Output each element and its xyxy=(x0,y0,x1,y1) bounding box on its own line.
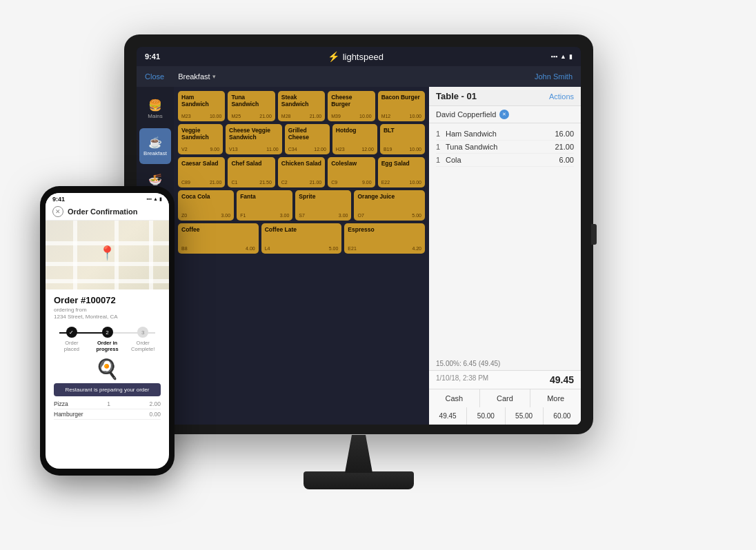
stand-neck xyxy=(341,435,376,473)
actions-button[interactable]: Actions xyxy=(549,92,574,101)
item-qty: 1 xyxy=(436,143,446,151)
cooking-illustration: 🍳 xyxy=(54,358,161,380)
menu-row-4: Coca Cola Z0 3.00 Fanta F1 3.00 xyxy=(178,190,425,221)
pay-amount-3[interactable]: 60.00 xyxy=(544,407,581,425)
close-button[interactable]: Close xyxy=(145,72,164,81)
pay-amount-0[interactable]: 49.45 xyxy=(429,407,466,425)
item-price: 12.00 xyxy=(314,147,326,152)
item-price: 21.50 xyxy=(259,180,272,185)
menu-item-steak-sandwich[interactable]: Steak Sandwich M28 21.00 xyxy=(278,91,325,121)
menu-item-chef-salad[interactable]: Chef Salad C1 21.50 xyxy=(228,157,275,187)
item-price: 3.00 xyxy=(339,213,348,218)
menu-item-coca-cola[interactable]: Coca Cola Z0 3.00 xyxy=(178,190,234,221)
item-code: B19 xyxy=(384,147,392,152)
item-name: Orange Juice xyxy=(357,193,421,200)
item-price: 10.00 xyxy=(409,147,421,152)
menu-row-5: Coffee B8 4.00 Coffee Late L4 5.00 xyxy=(178,223,425,254)
pay-amount-1[interactable]: 50.00 xyxy=(467,407,504,425)
tablet-logo: ⚡ lightspeed xyxy=(328,51,384,62)
phone-status-icons: ▪▪▪ ▲ ▮ xyxy=(147,196,162,202)
order-header: Table - 01 Actions xyxy=(429,87,581,106)
pay-more-button[interactable]: More xyxy=(530,389,581,407)
pay-amount-2[interactable]: 55.00 xyxy=(506,407,543,425)
item-code: H23 xyxy=(336,147,345,152)
phone-frame: 9:41 ▪▪▪ ▲ ▮ ✕ Order Confirmation xyxy=(40,186,175,476)
item-price: 5.00 xyxy=(412,213,421,218)
item-price: 21.00 xyxy=(310,114,322,119)
phone-time: 9:41 xyxy=(52,196,65,203)
menu-item-hotdog[interactable]: Hotdog H23 12.00 xyxy=(332,124,377,154)
chevron-down-icon: ▾ xyxy=(212,73,216,80)
item-name: Sprite xyxy=(299,193,348,200)
summary-item-name: Pizza xyxy=(54,400,68,407)
map-road xyxy=(73,221,77,289)
item-code: M12 xyxy=(381,114,391,119)
status-banner: Restaurant is preparing your order xyxy=(54,383,161,396)
item-price: 12.00 xyxy=(361,147,374,152)
menu-item-bacon-burger[interactable]: Bacon Burger M12 10.00 xyxy=(378,91,425,121)
menu-item-orange-juice[interactable]: Orange Juice O7 5.00 xyxy=(354,190,425,221)
tablet-stand xyxy=(304,435,414,489)
item-price: 10.00 xyxy=(410,114,422,119)
item-name: Steak Sandwich xyxy=(281,94,321,108)
menu-item-sprite[interactable]: Sprite S7 3.00 xyxy=(295,190,351,221)
item-price: 10.00 xyxy=(210,114,222,119)
item-price: 4.20 xyxy=(412,246,421,251)
summary-item-qty xyxy=(110,411,121,418)
tablet-device: 9:41 ⚡ lightspeed ▪▪▪ ▲ ▮ Close Breakfas… xyxy=(124,34,593,434)
menu-item-caesar-salad[interactable]: Caesar Salad C89 21.00 xyxy=(178,157,225,187)
order-item-row: 1 Ham Sandwich 16.00 xyxy=(436,128,574,141)
menu-item-ham-sandwich[interactable]: Ham Sandwich M23 10.00 xyxy=(178,91,225,121)
sidebar-item-breakfast[interactable]: ☕ Breakfast xyxy=(139,128,171,164)
item-name: Egg Salad xyxy=(381,160,421,167)
menu-item-chicken-salad[interactable]: Chicken Salad C2 21.00 xyxy=(278,157,325,187)
tablet-side-button[interactable] xyxy=(591,224,597,245)
menu-item-coleslaw[interactable]: Coleslaw C9 9.00 xyxy=(328,157,375,187)
item-price: 21.00 xyxy=(310,180,322,185)
menu-item-coffee-late[interactable]: Coffee Late L4 5.00 xyxy=(261,223,342,254)
tablet-body: 🍔 Mains ☕ Breakfast 🍜 Soups 🍕 Pizza xyxy=(137,87,581,425)
item-code: M39 xyxy=(331,114,341,119)
item-name: Cheese Burger xyxy=(331,94,371,108)
menu-item-fanta[interactable]: Fanta F1 3.00 xyxy=(237,190,292,221)
summary-row: Hamburger 0.00 xyxy=(54,409,161,420)
menu-item-veggie-sandwich[interactable]: Veggie Sandwich V2 9.00 xyxy=(178,124,223,154)
sidebar-item-mains[interactable]: 🍔 Mains xyxy=(139,91,171,127)
menu-item-egg-salad[interactable]: Egg Salad E22 10.00 xyxy=(378,157,425,187)
summary-item-qty: 1 xyxy=(103,400,115,407)
battery-icon: ▮ xyxy=(159,196,162,202)
item-price: 16.00 xyxy=(555,130,574,138)
pay-card-button[interactable]: Card xyxy=(480,389,530,407)
step-2-label: Order inprogress xyxy=(96,340,118,352)
menu-item-cheese-veggie-sandwich[interactable]: Cheese Veggie Sandwich V13 11.00 xyxy=(226,124,282,154)
pay-cash-button[interactable]: Cash xyxy=(429,389,479,407)
close-button[interactable]: ✕ xyxy=(52,206,63,217)
user-menu[interactable]: John Smith xyxy=(535,72,573,81)
item-code: C89 xyxy=(181,180,190,185)
menu-row-1: Ham Sandwich M23 10.00 Tuna Sandwich M25… xyxy=(178,91,425,121)
item-name: Bacon Burger xyxy=(381,94,421,101)
category-selector[interactable]: Breakfast ▾ xyxy=(178,72,215,81)
item-code: F1 xyxy=(240,213,246,218)
item-code: C9 xyxy=(331,180,337,185)
phone-map: 📍 xyxy=(46,221,169,289)
menu-item-espresso[interactable]: Espresso E21 4.20 xyxy=(344,223,425,254)
order-summary: Pizza 1 2.00 Hamburger 0.00 xyxy=(54,399,161,420)
signal-icon: ▪▪▪ xyxy=(147,196,152,202)
menu-item-cheese-burger[interactable]: Cheese Burger M39 10.00 xyxy=(328,91,375,121)
step-3-circle: 3 xyxy=(137,327,148,338)
item-code: M28 xyxy=(281,114,291,119)
item-price: 21.00 xyxy=(259,114,272,119)
menu-item-blt[interactable]: BLT B19 10.00 xyxy=(380,124,425,154)
item-code: Z0 xyxy=(181,213,187,218)
table-title: Table - 01 xyxy=(436,91,477,101)
menu-item-coffee[interactable]: Coffee B8 4.00 xyxy=(178,223,259,254)
menu-item-tuna-sandwich[interactable]: Tuna Sandwich M25 21.00 xyxy=(228,91,275,121)
item-code: E22 xyxy=(381,180,390,185)
item-code: O7 xyxy=(357,213,364,218)
item-price: 4.00 xyxy=(246,246,255,251)
item-price: 5.00 xyxy=(329,246,339,251)
menu-item-grilled-cheese[interactable]: Grilled Cheese C34 12.00 xyxy=(285,124,330,154)
step-1: ✓ Orderplaced xyxy=(54,327,90,352)
item-price: 3.00 xyxy=(280,213,290,218)
